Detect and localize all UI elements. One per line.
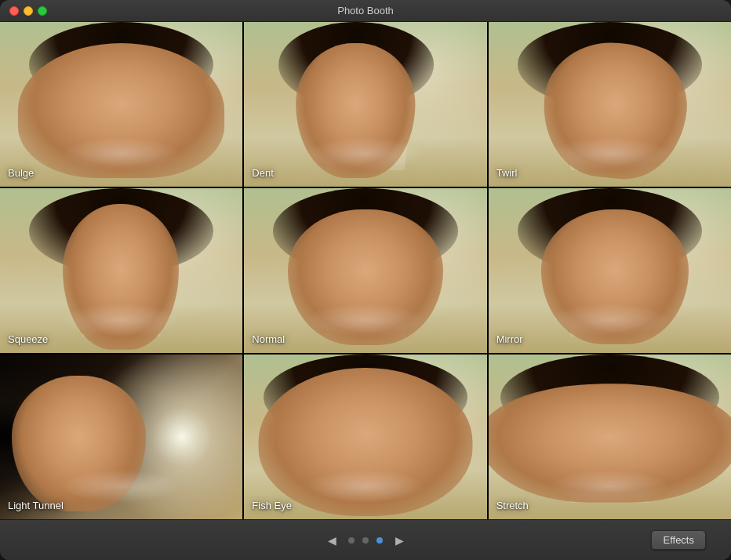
effect-cell-dent[interactable]: Dent [244,22,486,187]
title-bar: Photo Booth [0,0,731,22]
photo-grid: Bulge Dent Twirl [0,22,731,519]
effect-label-lighttunnel: Light Tunnel [8,500,64,511]
effect-cell-stretch[interactable]: Stretch [489,355,731,519]
effects-button[interactable]: Effects [651,530,706,550]
app-window: Photo Booth Bulge Dent [0,0,731,560]
prev-page-button[interactable]: ◀ [323,532,340,549]
effect-label-fisheye: Fish Eye [252,500,292,511]
minimize-button[interactable] [24,6,33,16]
effect-cell-fisheye[interactable]: Fish Eye [244,355,486,519]
window-title: Photo Booth [337,5,394,16]
effect-cell-bulge[interactable]: Bulge [0,22,242,187]
maximize-button[interactable] [38,6,47,16]
page-dot-3-active[interactable] [376,537,383,544]
effect-label-squeeze: Squeeze [8,333,48,345]
effect-label-twirl: Twirl [496,167,518,179]
traffic-lights [9,6,47,16]
page-dot-1[interactable] [348,537,355,544]
effect-label-stretch: Stretch [496,500,529,511]
bottom-bar: ◀ ▶ Effects [0,519,731,560]
effect-cell-mirror[interactable]: Mirror [489,188,731,353]
pagination: ◀ ▶ [323,532,408,549]
effect-label-dent: Dent [252,167,273,179]
close-button[interactable] [9,6,19,16]
next-page-button[interactable]: ▶ [391,532,408,549]
effect-cell-twirl[interactable]: Twirl [489,22,731,187]
effect-label-mirror: Mirror [496,333,523,345]
effect-cell-normal[interactable]: Normal [244,188,486,353]
page-dot-2[interactable] [362,537,369,544]
effect-label-bulge: Bulge [8,167,34,179]
effect-cell-lighttunnel[interactable]: Light Tunnel [0,355,242,519]
effect-label-normal: Normal [252,333,285,345]
effect-cell-squeeze[interactable]: Squeeze [0,188,242,353]
